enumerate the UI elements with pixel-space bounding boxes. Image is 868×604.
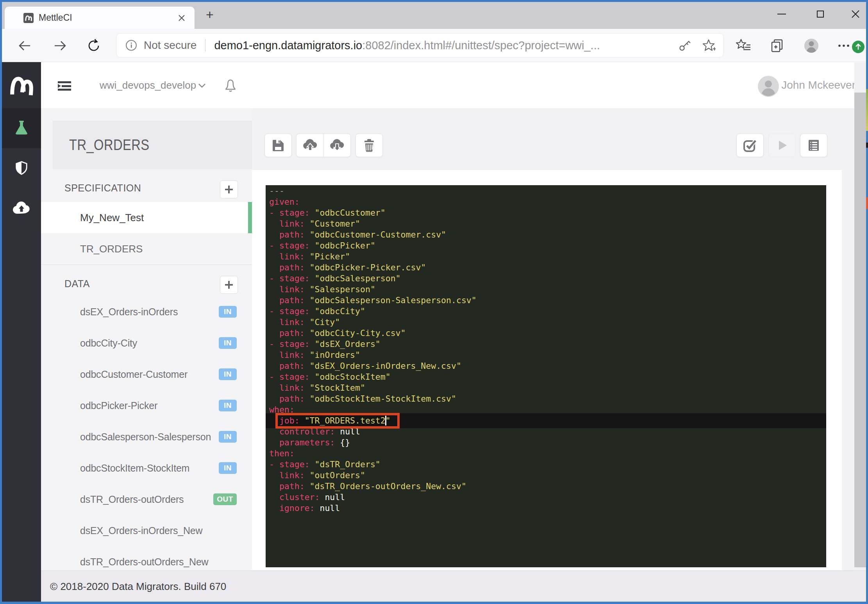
password-key-icon[interactable] xyxy=(678,39,691,52)
back-button[interactable] xyxy=(14,29,36,62)
notifications-bell-icon[interactable] xyxy=(224,78,237,93)
add-specification-button[interactable] xyxy=(220,180,238,198)
new-tab-button[interactable]: + xyxy=(202,7,218,22)
code-line: - stage: "odbcSalesperson" xyxy=(269,273,477,284)
add-data-button[interactable] xyxy=(220,276,238,294)
data-item-odbcCustomer-Customer[interactable]: odbcCustomer-CustomerIN xyxy=(41,359,252,390)
badge-out: OUT xyxy=(213,493,237,505)
download-button[interactable] xyxy=(323,134,351,157)
tab-close-icon[interactable] xyxy=(176,12,188,24)
upload-button[interactable] xyxy=(296,134,323,157)
code-line: path: "dsEX_Orders-inOrders_New.csv" xyxy=(269,361,477,372)
data-item-label: odbcStockItem-StockItem xyxy=(80,452,189,484)
user-name[interactable]: John Mckeever xyxy=(781,62,855,108)
browser-tab[interactable]: MettleCI xyxy=(5,7,195,29)
spec-item-TR_ORDERS[interactable]: TR_ORDERS xyxy=(41,233,252,264)
code-value: null xyxy=(325,492,345,502)
code-key: cluster: xyxy=(269,492,320,502)
data-item-label: dsTR_Orders-outOrders xyxy=(80,484,184,515)
copyright-text: © 2018-2020 Data Migrators. Build 670 xyxy=(50,571,226,602)
code-line: link: "StockItem" xyxy=(269,382,477,393)
data-item-dsEX_Orders-inOrders[interactable]: dsEX_Orders-inOrdersIN xyxy=(41,296,252,327)
badge-in: IN xyxy=(219,306,237,318)
run-button[interactable] xyxy=(768,134,796,157)
tab-title: MettleCI xyxy=(39,7,72,29)
info-icon[interactable] xyxy=(125,39,138,52)
badge-in: IN xyxy=(219,462,237,474)
code-line: parameters: {} xyxy=(269,437,477,448)
data-item-dsTR_Orders-outOrders_New[interactable]: dsTR_Orders-outOrders_New xyxy=(41,546,252,570)
sidebar-toggle-icon[interactable] xyxy=(58,81,71,91)
code-value: "dsEX_Orders-inOrders_New.csv" xyxy=(310,361,461,371)
code-value: "dsEX_Orders" xyxy=(315,339,380,349)
section-data: DATA xyxy=(64,270,90,298)
unit-test-flask-icon[interactable] xyxy=(2,108,41,148)
code-key: link: xyxy=(269,252,305,261)
code-key: parameters: xyxy=(269,438,335,447)
chevron-down-icon[interactable] xyxy=(198,83,206,88)
code-value: "Picker" xyxy=(310,252,350,261)
app-logo[interactable] xyxy=(2,62,41,108)
code-line: - stage: "odbcPicker" xyxy=(269,240,477,251)
browser-window: MettleCI + Not secure demo1- xyxy=(0,0,868,604)
profile-avatar[interactable] xyxy=(800,29,823,62)
data-item-label: dsEX_Orders-inOrders xyxy=(80,296,178,327)
code-line: then: xyxy=(269,448,477,459)
code-key: ignore: xyxy=(269,503,315,513)
panel-heading: TR_ORDERS xyxy=(53,121,252,169)
tab-strip: MettleCI + xyxy=(2,2,866,29)
url-text[interactable]: demo1-engn.datamigrators.io:8082/index.h… xyxy=(214,39,600,52)
address-bar[interactable]: Not secure demo1-engn.datamigrators.io:8… xyxy=(116,33,724,57)
code-key: link: xyxy=(269,350,305,360)
section-specification: SPECIFICATION xyxy=(64,174,141,202)
code-key: - stage: xyxy=(269,241,310,250)
code-key: path: xyxy=(269,263,305,272)
code-value: "City" xyxy=(310,317,340,327)
code-value: "odbcSalesperson-Salesperson.csv" xyxy=(310,295,477,305)
collections-icon[interactable] xyxy=(766,29,789,62)
data-item-label: odbcSalesperson-Salesperson xyxy=(80,421,211,452)
code-line: path: "dsTR_Orders-outOrders_New.csv" xyxy=(269,481,477,492)
add-favorite-star-icon[interactable] xyxy=(702,38,716,52)
yaml-editor[interactable]: ---given:- stage: "odbcCustomer" link: "… xyxy=(266,185,826,567)
window-minimize-button[interactable] xyxy=(769,4,795,24)
code-key: path: xyxy=(269,361,305,371)
favorites-bar-icon[interactable] xyxy=(732,29,755,62)
code-value: "odbcStockItem-StockItem.csv" xyxy=(310,394,456,404)
update-badge-icon[interactable] xyxy=(852,41,864,53)
delete-button[interactable] xyxy=(355,134,383,157)
url-divider xyxy=(205,39,205,52)
data-item-odbcSalesperson-Salesperson[interactable]: odbcSalesperson-SalespersonIN xyxy=(41,421,252,452)
data-item-odbcPicker-Picker[interactable]: odbcPicker-PickerIN xyxy=(41,390,252,421)
shield-icon[interactable] xyxy=(2,148,41,188)
code-line: path: "odbcCity-City.csv" xyxy=(269,328,477,339)
spec-panel: TR_ORDERS SPECIFICATION My_New_TestTR_OR… xyxy=(41,108,252,570)
data-item-odbcCity-City[interactable]: odbcCity-CityIN xyxy=(41,327,252,359)
refresh-button[interactable] xyxy=(83,29,105,62)
data-item-label: odbcCustomer-Customer xyxy=(80,359,188,390)
spec-item-My_New_Test[interactable]: My_New_Test xyxy=(41,202,252,233)
data-item-dsTR_Orders-outOrders[interactable]: dsTR_Orders-outOrdersOUT xyxy=(41,484,252,515)
code-value: "odbcPicker" xyxy=(315,241,375,250)
border-mark-orange xyxy=(866,197,868,209)
code-line: ignore: null xyxy=(269,503,477,514)
browser-navbar: Not secure demo1-engn.datamigrators.io:8… xyxy=(2,29,866,62)
user-avatar[interactable] xyxy=(758,76,779,97)
page-scrollbar-thumb[interactable] xyxy=(854,93,866,567)
editor-card: ---given:- stage: "odbcCustomer" link: "… xyxy=(252,170,842,570)
data-item-label: dsEX_Orders-inOrders_New xyxy=(80,515,202,546)
code-line: link: "Salesperson" xyxy=(269,284,477,295)
report-button[interactable] xyxy=(800,134,827,157)
window-close-button[interactable] xyxy=(843,4,868,24)
data-item-odbcStockItem-StockItem[interactable]: odbcStockItem-StockItemIN xyxy=(41,452,252,484)
project-selector[interactable]: wwi_devops_develop xyxy=(100,62,196,108)
forward-button[interactable] xyxy=(49,29,71,62)
code-line: - stage: "dsEX_Orders" xyxy=(269,339,477,350)
code-line: cluster: null xyxy=(269,492,477,503)
data-item-dsEX_Orders-inOrders_New[interactable]: dsEX_Orders-inOrders_New xyxy=(41,515,252,546)
window-maximize-button[interactable] xyxy=(807,4,833,24)
save-button[interactable] xyxy=(264,134,292,157)
main-area: ---given:- stage: "odbcCustomer" link: "… xyxy=(252,108,866,570)
validate-button[interactable] xyxy=(736,134,764,157)
cloud-upload-icon[interactable] xyxy=(2,188,41,228)
